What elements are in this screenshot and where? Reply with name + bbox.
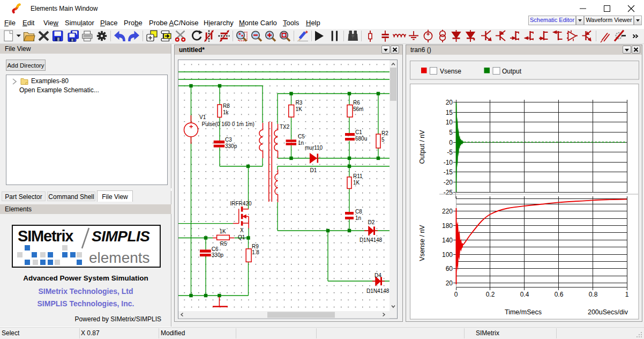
svg-text:1: 1 [625, 291, 629, 298]
svg-text:D4: D4 [375, 272, 381, 278]
svg-text:1n: 1n [355, 215, 361, 221]
svg-text:D1N4148: D1N4148 [360, 237, 383, 243]
svg-text:56m: 56m [353, 106, 363, 112]
svg-text:Output: Output [502, 68, 522, 75]
svg-text:330p: 330p [225, 143, 237, 149]
svg-text:15: 15 [446, 109, 453, 116]
svg-text:0.4: 0.4 [520, 291, 529, 298]
svg-text:1k: 1k [223, 109, 229, 115]
svg-text:R3: R3 [296, 100, 303, 106]
svg-text:0: 0 [449, 139, 453, 146]
svg-text:C6: C6 [212, 246, 219, 252]
svg-text:220: 220 [442, 208, 453, 215]
svg-text:D2: D2 [368, 219, 375, 225]
svg-text:R11: R11 [353, 173, 363, 179]
svg-text:1.8: 1.8 [252, 249, 259, 255]
svg-text:R5: R5 [220, 241, 227, 247]
svg-text:0.2: 0.2 [486, 291, 495, 298]
svg-text:V1: V1 [199, 114, 206, 120]
svg-text:C3: C3 [225, 137, 232, 143]
svg-text:680u: 680u [355, 136, 367, 142]
svg-text:330p: 330p [212, 252, 224, 258]
svg-text:0: 0 [454, 291, 458, 298]
svg-text:20: 20 [446, 279, 453, 287]
svg-text:20: 20 [446, 99, 453, 106]
svg-text:R2: R2 [381, 130, 388, 136]
svg-text:1K: 1K [296, 106, 303, 112]
svg-text:R6: R6 [353, 100, 360, 106]
svg-text:10: 10 [446, 119, 453, 126]
svg-text:-15: -15 [444, 168, 453, 176]
svg-text:60: 60 [446, 265, 453, 272]
svg-text:IRFR420: IRFR420 [230, 201, 252, 207]
svg-text:Pulse(0 160 0 1m 1m): Pulse(0 160 0 1m 1m) [202, 121, 254, 127]
svg-text:-25: -25 [444, 189, 453, 196]
svg-text:-20: -20 [444, 179, 453, 186]
svg-text:mur110: mur110 [305, 145, 323, 151]
svg-text:180: 180 [442, 222, 453, 230]
svg-text:TX2: TX2 [280, 124, 290, 130]
svg-text:0.8: 0.8 [589, 291, 598, 298]
svg-text:100: 100 [442, 251, 453, 259]
svg-text:1K: 1K [353, 180, 360, 186]
svg-text:Time/mSecs: Time/mSecs [505, 308, 542, 316]
svg-text:Vsense: Vsense [440, 68, 461, 75]
svg-text:Output / nV: Output / nV [418, 130, 426, 164]
svg-text:0.6: 0.6 [555, 291, 564, 298]
svg-text:X: X [240, 227, 244, 233]
svg-text:D1N4148: D1N4148 [366, 288, 390, 294]
svg-text:140: 140 [442, 237, 453, 244]
svg-text:R8: R8 [223, 103, 230, 109]
svg-text:200uSecs/div: 200uSecs/div [588, 308, 628, 316]
svg-text:-10: -10 [444, 159, 453, 166]
svg-text:Q1: Q1 [238, 234, 245, 240]
svg-text:1n: 1n [298, 140, 304, 146]
svg-text:1K: 1K [219, 229, 226, 234]
svg-text:R9: R9 [252, 244, 259, 249]
svg-text:C1: C1 [355, 129, 362, 135]
svg-text:5: 5 [449, 129, 453, 136]
svg-text:C8: C8 [355, 209, 362, 215]
svg-text:Vsense / nV: Vsense / nV [418, 225, 426, 261]
svg-text:-5: -5 [447, 149, 453, 156]
svg-text:C5: C5 [298, 134, 305, 139]
svg-text:5: 5 [381, 137, 385, 143]
svg-text:D1: D1 [310, 167, 317, 173]
